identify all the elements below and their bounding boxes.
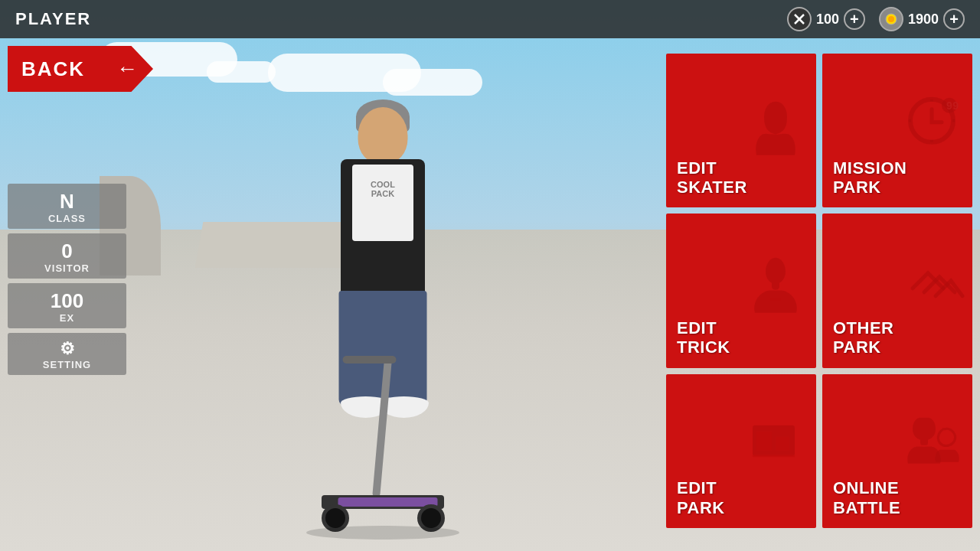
ex-stat: 100 EX	[8, 283, 126, 328]
scooter-color-deck	[338, 497, 438, 507]
mission-park-label: MISSIONPARK	[833, 158, 906, 197]
topbar-right: 100 + 1900 +	[787, 7, 965, 31]
svg-rect-10	[776, 437, 789, 451]
char-shirt: COOLPACK	[352, 165, 413, 241]
right-menu: EDITSKATER 99 MISSIONPARK EDITTRICK	[666, 54, 972, 528]
xp-icon	[787, 7, 812, 31]
character-shadow	[306, 526, 459, 540]
xp-amount: 100	[816, 11, 839, 28]
other-park-button[interactable]: OTHERPARK	[822, 214, 972, 367]
edit-park-label: EDITPARK	[677, 478, 725, 517]
back-label: BACK	[21, 57, 85, 81]
svg-point-3	[888, 16, 894, 22]
online-battle-icon	[897, 410, 966, 492]
svg-rect-9	[756, 432, 772, 451]
online-battle-label: ONLINEBATTLE	[833, 478, 900, 517]
edit-trick-label: EDITTRICK	[677, 318, 730, 357]
page-title: PLAYER	[15, 9, 91, 29]
svg-text:99: 99	[946, 99, 959, 111]
edit-trick-icon	[741, 250, 810, 332]
class-label: CLASS	[14, 213, 120, 224]
edit-trick-button[interactable]: EDITTRICK	[666, 214, 816, 367]
player-area: COOLPACK	[153, 46, 612, 551]
xp-group: 100 +	[787, 7, 865, 31]
other-park-label: OTHERPARK	[833, 318, 894, 357]
edit-skater-icon	[741, 90, 810, 171]
visitor-label: VISITOR	[14, 262, 120, 274]
mission-park-icon: 99	[897, 90, 966, 171]
back-button[interactable]: BACK ←	[8, 46, 153, 92]
setting-stat[interactable]: ⚙ SETTING	[8, 333, 126, 375]
back-arrow-icon: ←	[116, 57, 139, 81]
coin-group: 1900 +	[879, 7, 965, 31]
ex-label: EX	[14, 312, 120, 324]
class-stat: N CLASS	[8, 184, 126, 229]
coin-icon	[879, 7, 903, 31]
left-panel: N CLASS 0 VISITOR 100 EX ⚙ SETTING	[8, 184, 126, 375]
edit-skater-button[interactable]: EDITSKATER	[666, 54, 816, 207]
topbar: PLAYER 100 + 1900 +	[0, 0, 980, 38]
online-battle-button[interactable]: ONLINEBATTLE	[822, 374, 972, 528]
visitor-value: 0	[14, 241, 120, 261]
edit-park-icon	[741, 410, 810, 492]
ex-value: 100	[14, 291, 120, 311]
coin-plus-button[interactable]: +	[943, 8, 965, 30]
edit-park-button[interactable]: EDITPARK	[666, 374, 816, 528]
character: COOLPACK	[276, 107, 490, 536]
other-park-icon	[897, 250, 966, 332]
coin-amount: 1900	[908, 11, 939, 28]
gear-icon: ⚙	[14, 341, 120, 357]
mission-park-button[interactable]: 99 MISSIONPARK	[822, 54, 972, 207]
class-value: N	[14, 191, 120, 211]
setting-label: SETTING	[14, 359, 120, 370]
xp-plus-button[interactable]: +	[844, 8, 865, 30]
char-head	[358, 107, 408, 165]
scooter-handlebar	[343, 356, 397, 364]
edit-skater-label: EDITSKATER	[677, 158, 747, 197]
visitor-stat: 0 VISITOR	[8, 233, 126, 279]
